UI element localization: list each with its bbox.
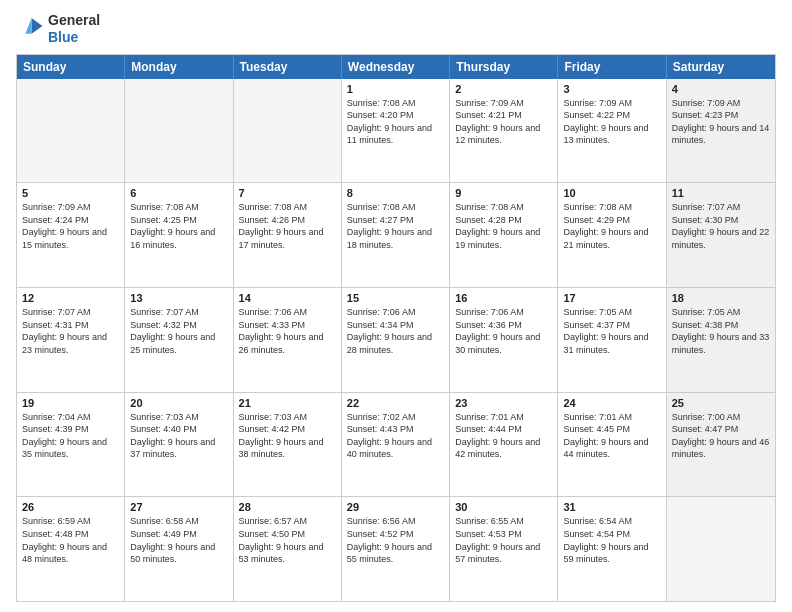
- day-number: 14: [239, 292, 336, 304]
- calendar-cell: 15Sunrise: 7:06 AMSunset: 4:34 PMDayligh…: [342, 288, 450, 392]
- cell-info: Sunrise: 7:09 AMSunset: 4:21 PMDaylight:…: [455, 97, 552, 147]
- cell-info: Sunrise: 7:06 AMSunset: 4:33 PMDaylight:…: [239, 306, 336, 356]
- day-number: 20: [130, 397, 227, 409]
- logo-text: General Blue: [48, 12, 100, 46]
- day-header-wednesday: Wednesday: [342, 55, 450, 79]
- day-number: 9: [455, 187, 552, 199]
- cell-info: Sunrise: 6:54 AMSunset: 4:54 PMDaylight:…: [563, 515, 660, 565]
- logo-icon: [16, 15, 44, 43]
- day-header-sunday: Sunday: [17, 55, 125, 79]
- calendar-cell: 22Sunrise: 7:02 AMSunset: 4:43 PMDayligh…: [342, 393, 450, 497]
- cell-info: Sunrise: 7:01 AMSunset: 4:45 PMDaylight:…: [563, 411, 660, 461]
- calendar-cell: 2Sunrise: 7:09 AMSunset: 4:21 PMDaylight…: [450, 79, 558, 183]
- cell-info: Sunrise: 6:58 AMSunset: 4:49 PMDaylight:…: [130, 515, 227, 565]
- day-number: 31: [563, 501, 660, 513]
- day-header-friday: Friday: [558, 55, 666, 79]
- cell-info: Sunrise: 7:08 AMSunset: 4:20 PMDaylight:…: [347, 97, 444, 147]
- cell-info: Sunrise: 7:03 AMSunset: 4:40 PMDaylight:…: [130, 411, 227, 461]
- cell-info: Sunrise: 6:55 AMSunset: 4:53 PMDaylight:…: [455, 515, 552, 565]
- calendar-cell: 18Sunrise: 7:05 AMSunset: 4:38 PMDayligh…: [667, 288, 775, 392]
- calendar: SundayMondayTuesdayWednesdayThursdayFrid…: [16, 54, 776, 602]
- cell-info: Sunrise: 7:05 AMSunset: 4:38 PMDaylight:…: [672, 306, 770, 356]
- calendar-row-2: 5Sunrise: 7:09 AMSunset: 4:24 PMDaylight…: [17, 183, 775, 288]
- day-number: 27: [130, 501, 227, 513]
- calendar-cell: 9Sunrise: 7:08 AMSunset: 4:28 PMDaylight…: [450, 183, 558, 287]
- day-number: 5: [22, 187, 119, 199]
- day-number: 22: [347, 397, 444, 409]
- cell-info: Sunrise: 7:09 AMSunset: 4:24 PMDaylight:…: [22, 201, 119, 251]
- calendar-cell: [667, 497, 775, 601]
- cell-info: Sunrise: 7:08 AMSunset: 4:25 PMDaylight:…: [130, 201, 227, 251]
- calendar-cell: 30Sunrise: 6:55 AMSunset: 4:53 PMDayligh…: [450, 497, 558, 601]
- calendar-cell: 7Sunrise: 7:08 AMSunset: 4:26 PMDaylight…: [234, 183, 342, 287]
- logo-blue: Blue: [48, 29, 100, 46]
- day-number: 12: [22, 292, 119, 304]
- calendar-cell: 20Sunrise: 7:03 AMSunset: 4:40 PMDayligh…: [125, 393, 233, 497]
- day-number: 24: [563, 397, 660, 409]
- calendar-cell: 19Sunrise: 7:04 AMSunset: 4:39 PMDayligh…: [17, 393, 125, 497]
- logo-general: General: [48, 12, 100, 29]
- logo: General Blue: [16, 12, 100, 46]
- cell-info: Sunrise: 7:07 AMSunset: 4:30 PMDaylight:…: [672, 201, 770, 251]
- calendar-cell: 8Sunrise: 7:08 AMSunset: 4:27 PMDaylight…: [342, 183, 450, 287]
- calendar-cell: 31Sunrise: 6:54 AMSunset: 4:54 PMDayligh…: [558, 497, 666, 601]
- calendar-cell: 25Sunrise: 7:00 AMSunset: 4:47 PMDayligh…: [667, 393, 775, 497]
- day-header-saturday: Saturday: [667, 55, 775, 79]
- day-number: 18: [672, 292, 770, 304]
- day-number: 13: [130, 292, 227, 304]
- calendar-cell: 28Sunrise: 6:57 AMSunset: 4:50 PMDayligh…: [234, 497, 342, 601]
- day-number: 26: [22, 501, 119, 513]
- calendar-cell: 29Sunrise: 6:56 AMSunset: 4:52 PMDayligh…: [342, 497, 450, 601]
- calendar-cell: [125, 79, 233, 183]
- cell-info: Sunrise: 7:01 AMSunset: 4:44 PMDaylight:…: [455, 411, 552, 461]
- calendar-cell: 10Sunrise: 7:08 AMSunset: 4:29 PMDayligh…: [558, 183, 666, 287]
- cell-info: Sunrise: 7:06 AMSunset: 4:34 PMDaylight:…: [347, 306, 444, 356]
- day-number: 6: [130, 187, 227, 199]
- calendar-row-4: 19Sunrise: 7:04 AMSunset: 4:39 PMDayligh…: [17, 393, 775, 498]
- day-header-tuesday: Tuesday: [234, 55, 342, 79]
- cell-info: Sunrise: 7:00 AMSunset: 4:47 PMDaylight:…: [672, 411, 770, 461]
- calendar-cell: 4Sunrise: 7:09 AMSunset: 4:23 PMDaylight…: [667, 79, 775, 183]
- day-number: 4: [672, 83, 770, 95]
- cell-info: Sunrise: 7:02 AMSunset: 4:43 PMDaylight:…: [347, 411, 444, 461]
- calendar-row-5: 26Sunrise: 6:59 AMSunset: 4:48 PMDayligh…: [17, 497, 775, 601]
- day-number: 1: [347, 83, 444, 95]
- day-header-monday: Monday: [125, 55, 233, 79]
- day-number: 8: [347, 187, 444, 199]
- calendar-cell: 17Sunrise: 7:05 AMSunset: 4:37 PMDayligh…: [558, 288, 666, 392]
- day-number: 17: [563, 292, 660, 304]
- day-number: 10: [563, 187, 660, 199]
- page: General Blue SundayMondayTuesdayWednesda…: [0, 0, 792, 612]
- cell-info: Sunrise: 7:06 AMSunset: 4:36 PMDaylight:…: [455, 306, 552, 356]
- calendar-cell: 6Sunrise: 7:08 AMSunset: 4:25 PMDaylight…: [125, 183, 233, 287]
- day-number: 15: [347, 292, 444, 304]
- cell-info: Sunrise: 7:08 AMSunset: 4:26 PMDaylight:…: [239, 201, 336, 251]
- cell-info: Sunrise: 7:07 AMSunset: 4:31 PMDaylight:…: [22, 306, 119, 356]
- cell-info: Sunrise: 7:09 AMSunset: 4:22 PMDaylight:…: [563, 97, 660, 147]
- calendar-cell: [234, 79, 342, 183]
- day-number: 16: [455, 292, 552, 304]
- day-number: 19: [22, 397, 119, 409]
- day-number: 3: [563, 83, 660, 95]
- calendar-cell: 16Sunrise: 7:06 AMSunset: 4:36 PMDayligh…: [450, 288, 558, 392]
- day-number: 7: [239, 187, 336, 199]
- calendar-body: 1Sunrise: 7:08 AMSunset: 4:20 PMDaylight…: [17, 79, 775, 601]
- day-number: 29: [347, 501, 444, 513]
- calendar-row-3: 12Sunrise: 7:07 AMSunset: 4:31 PMDayligh…: [17, 288, 775, 393]
- calendar-row-1: 1Sunrise: 7:08 AMSunset: 4:20 PMDaylight…: [17, 79, 775, 184]
- day-number: 28: [239, 501, 336, 513]
- calendar-cell: 1Sunrise: 7:08 AMSunset: 4:20 PMDaylight…: [342, 79, 450, 183]
- cell-info: Sunrise: 7:08 AMSunset: 4:27 PMDaylight:…: [347, 201, 444, 251]
- cell-info: Sunrise: 7:05 AMSunset: 4:37 PMDaylight:…: [563, 306, 660, 356]
- day-number: 23: [455, 397, 552, 409]
- day-number: 25: [672, 397, 770, 409]
- calendar-cell: 12Sunrise: 7:07 AMSunset: 4:31 PMDayligh…: [17, 288, 125, 392]
- calendar-header-row: SundayMondayTuesdayWednesdayThursdayFrid…: [17, 55, 775, 79]
- cell-info: Sunrise: 6:59 AMSunset: 4:48 PMDaylight:…: [22, 515, 119, 565]
- cell-info: Sunrise: 7:09 AMSunset: 4:23 PMDaylight:…: [672, 97, 770, 147]
- calendar-cell: 5Sunrise: 7:09 AMSunset: 4:24 PMDaylight…: [17, 183, 125, 287]
- day-number: 30: [455, 501, 552, 513]
- calendar-cell: 23Sunrise: 7:01 AMSunset: 4:44 PMDayligh…: [450, 393, 558, 497]
- calendar-cell: 13Sunrise: 7:07 AMSunset: 4:32 PMDayligh…: [125, 288, 233, 392]
- day-number: 11: [672, 187, 770, 199]
